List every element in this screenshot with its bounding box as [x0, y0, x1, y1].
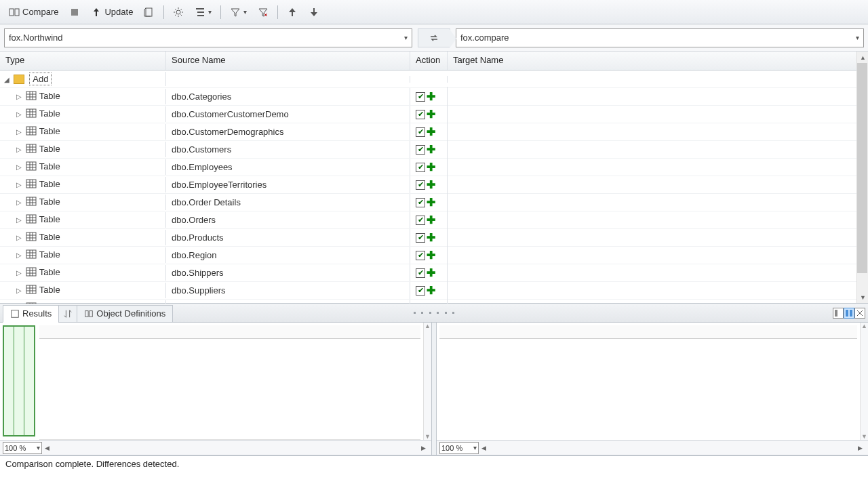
- add-icon: ✚: [427, 266, 435, 279]
- comparison-grid: Type Source Name Action Target Name ◢ Ad…: [0, 52, 868, 304]
- action-checkbox[interactable]: ✔: [416, 268, 425, 278]
- tab-sort[interactable]: [58, 305, 77, 323]
- action-checkbox[interactable]: ✔: [416, 286, 425, 296]
- next-diff-button[interactable]: [304, 3, 324, 21]
- source-select[interactable]: fox.Northwind ▾: [4, 28, 412, 47]
- caret-right-icon[interactable]: ▷: [16, 216, 23, 224]
- svg-rect-40: [26, 215, 36, 223]
- table-row[interactable]: ▷ Tabledbo.Products✔✚: [0, 229, 868, 247]
- action-checkbox[interactable]: ✔: [416, 180, 425, 190]
- table-row[interactable]: ▷ Tabledbo.Customers✔✚: [0, 141, 868, 159]
- scroll-down-icon[interactable]: ▼: [861, 433, 867, 440]
- caret-right-icon[interactable]: ▷: [16, 287, 23, 294]
- col-header-target[interactable]: Target Name: [448, 52, 868, 70]
- col-header-source[interactable]: Source Name: [166, 52, 410, 70]
- view-split-button[interactable]: [844, 308, 854, 319]
- caret-right-icon[interactable]: ▷: [16, 146, 23, 153]
- script-button[interactable]: [139, 3, 159, 21]
- col-header-type[interactable]: Type: [0, 52, 166, 70]
- filter-clear-button[interactable]: [253, 3, 273, 21]
- source-name: dbo.Customers: [166, 141, 410, 158]
- action-checkbox[interactable]: ✔: [416, 92, 425, 102]
- caret-right-icon[interactable]: ▷: [16, 181, 23, 188]
- scroll-up-icon[interactable]: ▲: [857, 52, 868, 63]
- svg-rect-73: [835, 310, 837, 317]
- stop-button[interactable]: [64, 3, 85, 21]
- table-row[interactable]: ▷ Tabledbo.Categories✔✚: [0, 88, 868, 106]
- action-checkbox[interactable]: ✔: [416, 163, 425, 172]
- table-row[interactable]: ▷ Tabledbo.Suppliers✔✚: [0, 282, 868, 300]
- target-name: [448, 94, 868, 100]
- action-checkbox[interactable]: ✔: [416, 127, 425, 137]
- filter-button[interactable]: ▾: [225, 3, 252, 21]
- prev-diff-button[interactable]: [282, 3, 302, 21]
- vertical-splitter[interactable]: [431, 323, 437, 455]
- caret-right-icon[interactable]: ▷: [16, 93, 23, 100]
- table-row[interactable]: ▷ Tabledbo.CustomerDemographics✔✚: [0, 123, 868, 141]
- scroll-right-icon[interactable]: ▶: [855, 445, 865, 451]
- target-select[interactable]: fox.compare ▾: [456, 28, 864, 47]
- vertical-scrollbar[interactable]: ▲ ▼: [856, 52, 868, 303]
- scroll-thumb[interactable]: [857, 63, 867, 273]
- caret-right-icon[interactable]: ▷: [16, 234, 23, 241]
- action-checkbox[interactable]: ✔: [416, 216, 425, 225]
- swap-button[interactable]: [418, 28, 450, 47]
- view-close-button[interactable]: [854, 308, 865, 319]
- caret-down-icon[interactable]: ◢: [4, 76, 11, 83]
- left-zoom-select[interactable]: 100 %▾: [3, 442, 42, 454]
- caret-right-icon[interactable]: ▷: [16, 110, 23, 118]
- folder-icon: [14, 75, 24, 84]
- tab-object-definitions[interactable]: Object Definitions: [77, 305, 173, 323]
- scroll-left-icon[interactable]: ◀: [479, 445, 489, 451]
- caret-right-icon[interactable]: ▷: [16, 163, 23, 171]
- grid-body[interactable]: ◢ Add ▷ Tabledbo.Categories✔✚▷ Tabledbo.…: [0, 70, 868, 304]
- compare-icon: [9, 7, 20, 18]
- target-name: [448, 129, 868, 136]
- update-button[interactable]: Update: [86, 3, 138, 21]
- add-icon: ✚: [427, 143, 435, 156]
- table-row[interactable]: ▷ Tabledbo.Order Details✔✚: [0, 194, 868, 211]
- scroll-up-icon[interactable]: ▲: [861, 323, 867, 329]
- table-row[interactable]: ▷ Tabledbo.Region✔✚: [0, 247, 868, 264]
- svg-rect-2: [71, 9, 78, 16]
- table-row[interactable]: ▷ Tabledbo.Orders✔✚: [0, 211, 868, 229]
- action-checkbox[interactable]: ✔: [416, 110, 425, 119]
- table-row[interactable]: ▷ Tabledbo.CustomerCustomerDemo✔✚: [0, 106, 868, 123]
- group-row[interactable]: ◢ Add: [0, 70, 868, 88]
- gear-icon: [173, 7, 184, 18]
- add-icon: ✚: [427, 249, 435, 262]
- caret-right-icon[interactable]: ▷: [16, 269, 23, 277]
- action-checkbox[interactable]: ✔: [416, 233, 425, 243]
- scroll-right-icon[interactable]: ▶: [418, 445, 429, 451]
- scroll-left-icon[interactable]: ◀: [42, 445, 52, 451]
- right-zoom-row: 100 %▾ ◀ ▶: [437, 440, 868, 455]
- source-name: dbo.CustomerDemographics: [166, 123, 410, 140]
- splitter-grip[interactable]: [414, 312, 454, 314]
- compare-button[interactable]: Compare: [4, 3, 63, 21]
- caret-right-icon[interactable]: ▷: [16, 128, 23, 136]
- add-icon: ✚: [427, 90, 435, 103]
- table-row[interactable]: ▷ Tabledbo.Employees✔✚: [0, 159, 868, 176]
- scroll-down-icon[interactable]: ▼: [425, 433, 431, 440]
- action-checkbox[interactable]: ✔: [416, 145, 425, 155]
- group-button[interactable]: ▾: [190, 3, 216, 21]
- compare-label: Compare: [22, 7, 58, 17]
- action-checkbox[interactable]: ✔: [416, 198, 425, 207]
- svg-rect-20: [26, 144, 36, 152]
- action-checkbox[interactable]: ✔: [416, 251, 425, 260]
- tab-results[interactable]: Results: [3, 305, 59, 323]
- table-row[interactable]: ▷ Tabledbo.EmployeeTerritories✔✚: [0, 176, 868, 194]
- add-icon: ✚: [427, 214, 435, 226]
- svg-rect-15: [26, 127, 36, 135]
- options-button[interactable]: [168, 3, 189, 21]
- scroll-up-icon[interactable]: ▲: [425, 323, 431, 329]
- type-label: Table: [39, 126, 60, 136]
- table-row[interactable]: ▷ Tabledbo.Shippers✔✚: [0, 264, 868, 282]
- target-name: [448, 111, 868, 118]
- scroll-down-icon[interactable]: ▼: [857, 291, 868, 303]
- col-header-action[interactable]: Action: [410, 52, 448, 70]
- caret-right-icon[interactable]: ▷: [16, 251, 23, 259]
- right-zoom-select[interactable]: 100 %▾: [439, 442, 479, 454]
- view-left-button[interactable]: [833, 308, 844, 319]
- caret-right-icon[interactable]: ▷: [16, 199, 23, 206]
